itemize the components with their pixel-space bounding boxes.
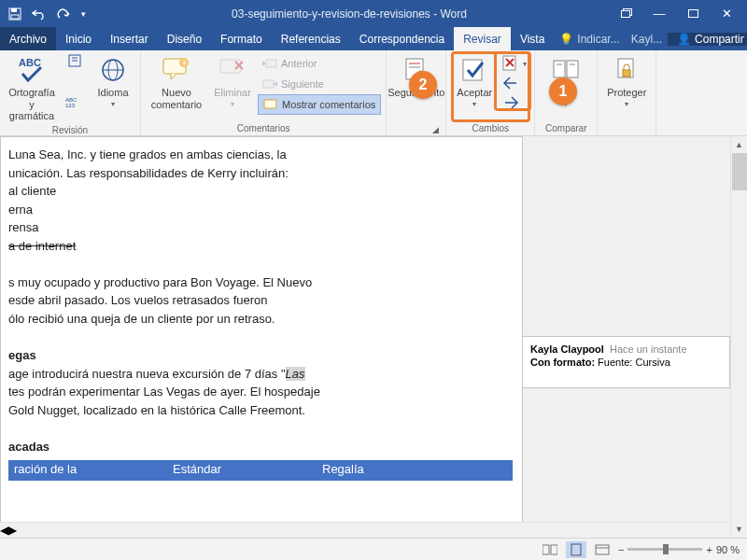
- siguiente-comentario-button: Siguiente: [258, 74, 381, 94]
- tab-diseno[interactable]: Diseño: [158, 27, 211, 50]
- tab-correspondencia[interactable]: Correspondencia: [350, 27, 454, 50]
- thesaurus-button[interactable]: [61, 53, 89, 91]
- document-area: Luna Sea, Inc. y tiene grados en ambas c…: [0, 136, 730, 538]
- globe-icon: [98, 55, 128, 85]
- revision-balloon[interactable]: Kayla Claypool Hace un instante Con form…: [523, 336, 730, 388]
- doc-line: unicación. Las responsabilidades de Kerr…: [8, 165, 514, 182]
- group-revision: ABC Ortografía y gramática ABC123 Idioma…: [0, 50, 141, 135]
- scroll-up-button[interactable]: ▲: [731, 136, 747, 153]
- print-layout-button[interactable]: [566, 541, 586, 558]
- svg-text:✳: ✳: [181, 59, 188, 67]
- zoom-in-button[interactable]: +: [706, 544, 712, 555]
- word-count-button[interactable]: ABC123: [61, 91, 89, 113]
- proteger-button[interactable]: Proteger▾: [602, 53, 651, 113]
- svg-text:123: 123: [65, 103, 76, 108]
- group-comentarios: ✳ Nuevo comentario Eliminar▾ Anterior Si…: [141, 50, 387, 135]
- tab-revisar[interactable]: Revisar: [454, 27, 511, 50]
- vscroll-thumb[interactable]: [732, 153, 747, 190]
- minimize-button[interactable]: —: [642, 0, 676, 27]
- share-button[interactable]: 👤Compartir: [668, 33, 747, 46]
- doc-line: age introducirá nuestra nueva excursión …: [8, 366, 514, 383]
- save-button[interactable]: [4, 3, 26, 25]
- ribbon-tabs: Archivo Inicio Insertar Diseño Formato R…: [0, 27, 747, 50]
- scroll-right-button[interactable]: ▶: [8, 524, 17, 537]
- selected-text: Las: [286, 367, 305, 381]
- lock-icon: [612, 55, 641, 85]
- track-changes-icon: [402, 55, 431, 85]
- maximize-button[interactable]: [676, 0, 710, 27]
- undo-button[interactable]: [28, 3, 50, 25]
- doc-line: esde abril pasado. Los vuelos retrasados…: [8, 292, 514, 309]
- siguiente-cambio-button[interactable]: [500, 92, 529, 112]
- anterior-cambio-button[interactable]: [500, 73, 529, 92]
- tab-inicio[interactable]: Inicio: [56, 27, 101, 50]
- mostrar-comentarios-button[interactable]: Mostrar comentarios: [258, 94, 381, 115]
- seguimiento-button[interactable]: Seguimiento: [389, 53, 444, 113]
- doc-heading: egas: [8, 347, 514, 364]
- revision-value: Fuente: Cursiva: [598, 357, 670, 368]
- doc-line-deleted: a de internet: [8, 238, 514, 255]
- zoom-handle[interactable]: [663, 544, 669, 554]
- revision-author: Kayla Claypool: [530, 343, 604, 355]
- quick-access-toolbar: ▾: [4, 3, 90, 25]
- redo-button[interactable]: [52, 3, 75, 25]
- user-name[interactable]: Kayl...: [626, 33, 668, 46]
- table-header-cell: Regalía: [317, 460, 466, 481]
- comparar-button[interactable]: ar▾: [540, 53, 592, 113]
- web-layout-button[interactable]: [592, 541, 613, 558]
- group-proteger: Proteger▾: [598, 50, 656, 135]
- group-comparar: ar▾ Comparar: [535, 50, 598, 135]
- table-header-row: ración de la Estándar Regalía: [8, 460, 513, 481]
- window-title: 03-seguimiento-y-revision-de-revisiones …: [90, 7, 609, 21]
- ribbon: ABC Ortografía y gramática ABC123 Idioma…: [0, 50, 747, 136]
- svg-rect-36: [571, 544, 581, 555]
- svg-rect-34: [543, 545, 549, 554]
- revision-label: Con formato:: [530, 357, 595, 368]
- prev-change-icon: [502, 76, 519, 91]
- ortografia-button[interactable]: ABC Ortografía y gramática: [5, 53, 59, 124]
- doc-line: s muy ocupado y productivo para Bon Voya…: [8, 274, 514, 291]
- abc-check-icon: ABC: [17, 55, 47, 85]
- doc-line: al cliente: [8, 183, 514, 200]
- seguimiento-dialog-launcher[interactable]: ◢: [432, 125, 439, 134]
- doc-line: ólo recibió una queja de un cliente por …: [8, 311, 514, 328]
- table-header-cell: Estándar: [167, 460, 317, 481]
- aceptar-button[interactable]: Aceptar▾: [451, 53, 498, 113]
- svg-rect-1: [11, 8, 17, 12]
- tab-archivo[interactable]: Archivo: [0, 27, 56, 50]
- svg-rect-18: [266, 60, 276, 67]
- tab-formato[interactable]: Formato: [211, 27, 272, 50]
- tell-me[interactable]: 💡Indicar...: [554, 33, 625, 46]
- horizontal-scrollbar[interactable]: ◀ ▶: [0, 522, 730, 538]
- zoom-level[interactable]: 90 %: [716, 544, 740, 555]
- revision-time: Hace un instante: [610, 343, 687, 355]
- delete-comment-icon: [218, 55, 247, 85]
- svg-rect-21: [406, 59, 423, 79]
- doc-line: rensa: [8, 219, 514, 236]
- ribbon-options-button[interactable]: [609, 0, 642, 27]
- page[interactable]: Luna Sea, Inc. y tiene grados en ambas c…: [0, 136, 523, 538]
- vertical-scrollbar[interactable]: ▲ ▼: [730, 136, 747, 538]
- svg-rect-35: [551, 545, 557, 554]
- svg-rect-2: [11, 15, 19, 19]
- qat-customize[interactable]: ▾: [77, 3, 90, 25]
- tab-referencias[interactable]: Referencias: [272, 27, 350, 50]
- table-header-cell: ración de la: [8, 460, 167, 481]
- read-mode-button[interactable]: [540, 541, 560, 558]
- svg-rect-29: [567, 61, 578, 77]
- rechazar-button[interactable]: ▾: [500, 53, 529, 73]
- scroll-left-button[interactable]: ◀: [0, 524, 8, 537]
- group-seguimiento: Seguimiento ◢: [387, 50, 446, 135]
- prev-comment-icon: [262, 57, 277, 70]
- tab-vista[interactable]: Vista: [511, 27, 554, 50]
- accept-icon: [459, 55, 489, 85]
- zoom-slider[interactable]: [627, 548, 702, 551]
- scroll-down-button[interactable]: ▼: [731, 521, 747, 538]
- nuevo-comentario-button[interactable]: ✳ Nuevo comentario: [146, 53, 207, 113]
- tab-insertar[interactable]: Insertar: [101, 27, 158, 50]
- zoom-out-button[interactable]: −: [618, 544, 624, 555]
- close-button[interactable]: ✕: [710, 0, 743, 27]
- doc-line: erna: [8, 202, 514, 218]
- idioma-button[interactable]: Idioma▾: [91, 53, 135, 113]
- doc-line: tes podrán experimentar Las Vegas de aye…: [8, 384, 514, 400]
